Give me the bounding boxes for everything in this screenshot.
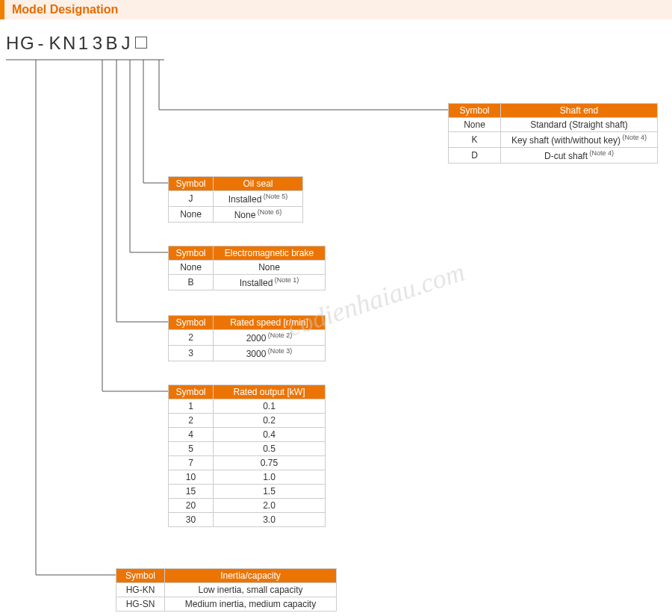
th-symbol: Symbol (169, 177, 214, 191)
value-cell: 0.5 (214, 442, 326, 456)
symbol-cell: 5 (169, 442, 214, 456)
symbol-cell: HG-SN (116, 597, 165, 612)
oil-seal-table: Symbol Oil seal JInstalled (Note 5)NoneN… (168, 176, 303, 223)
table-row: 50.5 (169, 442, 326, 456)
table-row: JInstalled (Note 5) (169, 191, 303, 207)
symbol-cell: 3 (169, 346, 214, 361)
table-row: BInstalled (Note 1) (169, 275, 326, 290)
table-row: HG-KNLow inertia, small capacity (116, 583, 337, 597)
value-cell: Installed (Note 1) (214, 275, 326, 290)
table-row: 33000 (Note 3) (169, 346, 326, 361)
th-symbol: Symbol (169, 246, 214, 261)
note: (Note 1) (273, 276, 299, 284)
value-cell: None (214, 261, 326, 275)
value-cell: 1.0 (214, 470, 326, 485)
rated-speed-table: Symbol Rated speed [r/min] 22000 (Note 2… (168, 315, 326, 361)
value-cell: D-cut shaft (Note 4) (501, 148, 658, 164)
table-row: NoneStandard (Straight shaft) (449, 118, 658, 132)
shaft-end-table: Symbol Shaft end NoneStandard (Straight … (448, 103, 658, 164)
note: (Note 4) (620, 134, 647, 141)
value-cell: 1.5 (214, 485, 326, 499)
symbol-cell: None (449, 118, 501, 132)
model-char: G (20, 33, 34, 54)
th-symbol: Symbol (169, 385, 214, 399)
symbol-cell: J (169, 191, 214, 207)
table-row: KKey shaft (with/without key) (Note 4) (449, 132, 658, 148)
note: (Note 2) (266, 332, 292, 339)
th-brake: Electromagnetic brake (214, 246, 326, 261)
value-cell: 3.0 (214, 513, 326, 527)
value-cell: Installed (Note 5) (214, 191, 303, 207)
value-cell: Key shaft (with/without key) (Note 4) (501, 132, 658, 148)
symbol-cell: None (169, 261, 214, 275)
inertia-table: Symbol Inertia/capacity HG-KNLow inertia… (116, 568, 337, 612)
table-row: 202.0 (169, 499, 326, 513)
table-row: 70.75 (169, 456, 326, 470)
symbol-cell: HG-KN (116, 583, 165, 597)
value-cell: Medium inertia, medium capacity (165, 597, 337, 612)
table-row: NoneNone (169, 261, 326, 275)
symbol-cell: 4 (169, 428, 214, 442)
model-char: 1 (77, 33, 91, 54)
th-inertia: Inertia/capacity (165, 569, 337, 583)
symbol-cell: 15 (169, 485, 214, 499)
symbol-cell: 2 (169, 330, 214, 346)
table-row: 101.0 (169, 470, 326, 485)
placeholder-box-icon (135, 37, 147, 49)
th-symbol: Symbol (116, 569, 165, 583)
connector-lines (0, 0, 672, 616)
value-cell: None (Note 6) (214, 207, 303, 223)
table-row: NoneNone (Note 6) (169, 207, 303, 223)
symbol-cell: 7 (169, 456, 214, 470)
symbol-cell: D (449, 148, 501, 164)
th-rated-output: Rated output [kW] (214, 385, 326, 399)
note: (Note 6) (255, 208, 281, 216)
note: (Note 4) (588, 149, 614, 157)
rated-output-table: Symbol Rated output [kW] 10.120.240.450.… (168, 385, 326, 527)
value-cell: Low inertia, small capacity (165, 583, 337, 597)
value-cell: 0.75 (214, 456, 326, 470)
model-char: H (6, 33, 20, 54)
table-row: HG-SNMedium inertia, medium capacity (116, 597, 337, 612)
th-symbol: Symbol (169, 316, 214, 330)
symbol-cell: 30 (169, 513, 214, 527)
th-symbol: Symbol (449, 104, 501, 118)
value-cell: 0.2 (214, 414, 326, 428)
value-cell: 2000 (Note 2) (214, 330, 326, 346)
model-char: K (49, 33, 63, 54)
value-cell: Standard (Straight shaft) (501, 118, 658, 132)
symbol-cell: None (169, 207, 214, 223)
model-char: N (63, 33, 77, 54)
table-row: 20.2 (169, 414, 326, 428)
value-cell: 2.0 (214, 499, 326, 513)
table-row: 40.4 (169, 428, 326, 442)
note: (Note 5) (261, 193, 287, 200)
value-cell: 0.4 (214, 428, 326, 442)
model-char: - (34, 33, 49, 54)
th-rated-speed: Rated speed [r/min] (214, 316, 326, 330)
brake-table: Symbol Electromagnetic brake NoneNoneBIn… (168, 246, 326, 290)
symbol-cell: 10 (169, 470, 214, 485)
model-char: 3 (91, 33, 105, 54)
symbol-cell: K (449, 132, 501, 148)
model-char: J (119, 33, 134, 54)
note: (Note 3) (266, 347, 292, 355)
table-row: 22000 (Note 2) (169, 330, 326, 346)
table-row: 10.1 (169, 399, 326, 414)
table-row: DD-cut shaft (Note 4) (449, 148, 658, 164)
symbol-cell: 2 (169, 414, 214, 428)
table-row: 151.5 (169, 485, 326, 499)
section-title: Model Designation (0, 0, 672, 19)
value-cell: 0.1 (214, 399, 326, 414)
symbol-cell: B (169, 275, 214, 290)
model-char: B (105, 33, 119, 54)
model-code: HG-KN13BJ (0, 33, 672, 54)
symbol-cell: 1 (169, 399, 214, 414)
value-cell: 3000 (Note 3) (214, 346, 326, 361)
th-shaft-end: Shaft end (501, 104, 658, 118)
table-row: 303.0 (169, 513, 326, 527)
symbol-cell: 20 (169, 499, 214, 513)
th-oil-seal: Oil seal (214, 177, 303, 191)
